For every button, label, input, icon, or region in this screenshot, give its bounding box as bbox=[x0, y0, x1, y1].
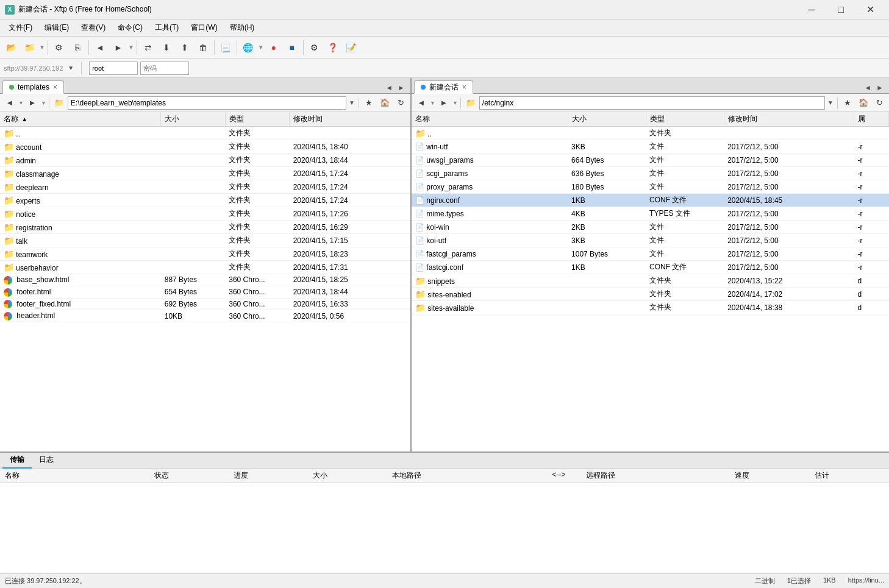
username-input[interactable] bbox=[89, 62, 138, 75]
right-file-row[interactable]: 📁 snippets 文件夹 2020/4/13, 15:22 d bbox=[412, 274, 889, 288]
left-file-name[interactable]: 📁 deeplearn bbox=[0, 180, 161, 194]
left-file-row[interactable]: 📁 deeplearn 文件夹 2020/4/15, 17:24 bbox=[0, 180, 410, 194]
right-file-name[interactable]: 📄 proxy_params bbox=[412, 180, 568, 194]
left-file-name[interactable]: 📁 talk bbox=[0, 234, 161, 247]
transfer-tab-log[interactable]: 日志 bbox=[32, 452, 61, 469]
left-file-row[interactable]: 📁 teamwork 文件夹 2020/4/15, 18:23 bbox=[0, 247, 410, 261]
left-file-row[interactable]: 📁 notice 文件夹 2020/4/15, 17:26 bbox=[0, 207, 410, 221]
right-file-name[interactable]: 📄 uwsgi_params bbox=[412, 154, 568, 167]
right-file-row[interactable]: 📄 koi-utf 3KB 文件 2017/2/12, 5:00 -r bbox=[412, 234, 889, 247]
right-tab-session[interactable]: 新建会话 × bbox=[414, 80, 473, 94]
right-file-name[interactable]: 📁 .. bbox=[412, 127, 568, 140]
right-extra-btn[interactable]: ★ bbox=[840, 96, 855, 110]
right-file-row[interactable]: 📄 proxy_params 180 Bytes 文件 2017/2/12, 5… bbox=[412, 180, 889, 194]
right-file-name[interactable]: 📄 koi-win bbox=[412, 221, 568, 234]
right-file-name[interactable]: 📄 fastcgi_params bbox=[412, 247, 568, 261]
right-file-row[interactable]: 📁 sites-enabled 文件夹 2020/4/14, 17:02 d bbox=[412, 288, 889, 301]
right-file-row[interactable]: 📁 sites-available 文件夹 2020/4/14, 18:38 d bbox=[412, 301, 889, 314]
left-file-row[interactable]: 📁 registration 文件夹 2020/4/15, 16:29 bbox=[0, 221, 410, 234]
right-file-name[interactable]: 📄 mime.types bbox=[412, 207, 568, 221]
left-file-row[interactable]: 📁 .. 文件夹 bbox=[0, 127, 410, 140]
right-col-name[interactable]: 名称 bbox=[412, 112, 568, 127]
left-file-name[interactable]: 📁 notice bbox=[0, 207, 161, 221]
minimize-button[interactable]: ─ bbox=[798, 0, 826, 19]
right-file-name[interactable]: 📄 fastcgi.conf bbox=[412, 261, 568, 274]
address-dropdown[interactable]: ▼ bbox=[68, 65, 74, 71]
globe-button[interactable]: 🌐 bbox=[240, 39, 257, 56]
left-home-button[interactable]: 🏠 bbox=[377, 96, 392, 110]
right-refresh-button[interactable]: ↻ bbox=[872, 96, 887, 110]
left-col-size[interactable]: 大小 bbox=[161, 112, 225, 127]
close-button[interactable]: ✕ bbox=[856, 0, 884, 19]
left-file-row[interactable]: 📁 classmanage 文件夹 2020/4/15, 17:24 bbox=[0, 167, 410, 180]
right-home-button[interactable]: 🏠 bbox=[856, 96, 871, 110]
right-file-row[interactable]: 📄 uwsgi_params 664 Bytes 文件 2017/2/12, 5… bbox=[412, 154, 889, 167]
bookmark-button[interactable]: ■ bbox=[284, 39, 301, 56]
copy-button[interactable]: ⎘ bbox=[69, 39, 86, 56]
menu-edit[interactable]: 编辑(E) bbox=[38, 20, 75, 35]
menu-view[interactable]: 查看(V) bbox=[75, 20, 112, 35]
left-file-name[interactable]: 📁 userbehavior bbox=[0, 261, 161, 274]
left-back-button[interactable]: ◄ bbox=[2, 96, 17, 110]
left-tab-prev[interactable]: ◄ bbox=[384, 83, 395, 92]
right-file-row[interactable]: 📄 mime.types 4KB TYPES 文件 2017/2/12, 5:0… bbox=[412, 207, 889, 221]
go-forward-button[interactable]: ► bbox=[110, 39, 127, 56]
right-file-row[interactable]: 📄 koi-win 2KB 文件 2017/2/12, 5:00 -r bbox=[412, 221, 889, 234]
right-file-row[interactable]: 📄 scgi_params 636 Bytes 文件 2017/2/12, 5:… bbox=[412, 167, 889, 180]
left-file-row[interactable]: header.html 10KB 360 Chro... 2020/4/15, … bbox=[0, 310, 410, 322]
left-col-modified[interactable]: 修改时间 bbox=[290, 112, 410, 127]
right-col-attr[interactable]: 属 bbox=[854, 112, 889, 127]
left-path-input[interactable] bbox=[68, 96, 346, 110]
left-file-row[interactable]: base_show.html 887 Bytes 360 Chro... 202… bbox=[0, 274, 410, 286]
maximize-button[interactable]: □ bbox=[827, 0, 855, 19]
download-button[interactable]: ⬇ bbox=[158, 39, 175, 56]
right-file-name[interactable]: 📄 koi-utf bbox=[412, 234, 568, 247]
right-col-size[interactable]: 大小 bbox=[568, 112, 646, 127]
settings-button[interactable]: ⚙ bbox=[306, 39, 323, 56]
left-col-name[interactable]: 名称 ▲ bbox=[0, 112, 161, 127]
left-file-name[interactable]: footer.html bbox=[0, 286, 161, 298]
left-path-dropdown[interactable]: ▼ bbox=[348, 99, 356, 106]
right-path-input[interactable] bbox=[479, 96, 825, 110]
left-file-row[interactable]: 📁 experts 文件夹 2020/4/15, 17:24 bbox=[0, 194, 410, 207]
left-file-row[interactable]: footer_fixed.html 692 Bytes 360 Chro... … bbox=[0, 298, 410, 310]
transfer-tab-transfer[interactable]: 传输 bbox=[2, 452, 32, 469]
left-tab-templates[interactable]: templates × bbox=[2, 80, 64, 94]
right-tab-close[interactable]: × bbox=[462, 83, 466, 91]
right-file-row[interactable]: 📄 nginx.conf 1KB CONF 文件 2020/4/15, 18:4… bbox=[412, 194, 889, 207]
delete-button[interactable]: 🗑 bbox=[195, 39, 212, 56]
left-file-name[interactable]: 📁 admin bbox=[0, 154, 161, 167]
open-button[interactable]: 📁 bbox=[21, 39, 38, 56]
left-file-name[interactable]: base_show.html bbox=[0, 274, 161, 286]
right-file-row[interactable]: 📄 fastcgi_params 1007 Bytes 文件 2017/2/12… bbox=[412, 247, 889, 261]
left-refresh-button[interactable]: ↻ bbox=[393, 96, 408, 110]
right-tab-prev[interactable]: ◄ bbox=[862, 83, 873, 92]
left-file-name[interactable]: header.html bbox=[0, 310, 161, 322]
right-col-type[interactable]: 类型 bbox=[646, 112, 724, 127]
left-file-name[interactable]: 📁 experts bbox=[0, 194, 161, 207]
left-bookmark-button[interactable]: ★ bbox=[362, 96, 376, 110]
right-file-name[interactable]: 📁 sites-available bbox=[412, 301, 568, 314]
menu-file[interactable]: 文件(F) bbox=[2, 20, 38, 35]
notes-button[interactable]: 📝 bbox=[343, 39, 360, 56]
left-file-row[interactable]: footer.html 654 Bytes 360 Chro... 2020/4… bbox=[0, 286, 410, 298]
go-back-button[interactable]: ◄ bbox=[91, 39, 109, 56]
left-file-name[interactable]: footer_fixed.html bbox=[0, 298, 161, 310]
menu-window[interactable]: 窗口(W) bbox=[185, 20, 223, 35]
right-tab-next[interactable]: ► bbox=[874, 83, 885, 92]
right-file-name[interactable]: 📄 nginx.conf bbox=[412, 194, 568, 207]
right-col-modified[interactable]: 修改时间 bbox=[724, 112, 854, 127]
right-file-name[interactable]: 📁 snippets bbox=[412, 274, 568, 288]
right-file-row[interactable]: 📄 fastcgi.conf 1KB CONF 文件 2017/2/12, 5:… bbox=[412, 261, 889, 274]
right-file-name[interactable]: 📄 win-utf bbox=[412, 140, 568, 154]
left-file-row[interactable]: 📁 admin 文件夹 2020/4/13, 18:44 bbox=[0, 154, 410, 167]
new-folder-button[interactable]: 📃 bbox=[217, 39, 234, 56]
new-session-button[interactable]: 📂 bbox=[2, 39, 20, 56]
red-icon-button[interactable]: ● bbox=[265, 39, 282, 56]
right-forward-button[interactable]: ► bbox=[437, 96, 451, 110]
left-file-name[interactable]: 📁 account bbox=[0, 140, 161, 154]
left-col-type[interactable]: 类型 bbox=[225, 112, 289, 127]
help-button[interactable]: ❓ bbox=[324, 39, 341, 56]
right-file-name[interactable]: 📄 scgi_params bbox=[412, 167, 568, 180]
right-back-button[interactable]: ◄ bbox=[414, 96, 429, 110]
